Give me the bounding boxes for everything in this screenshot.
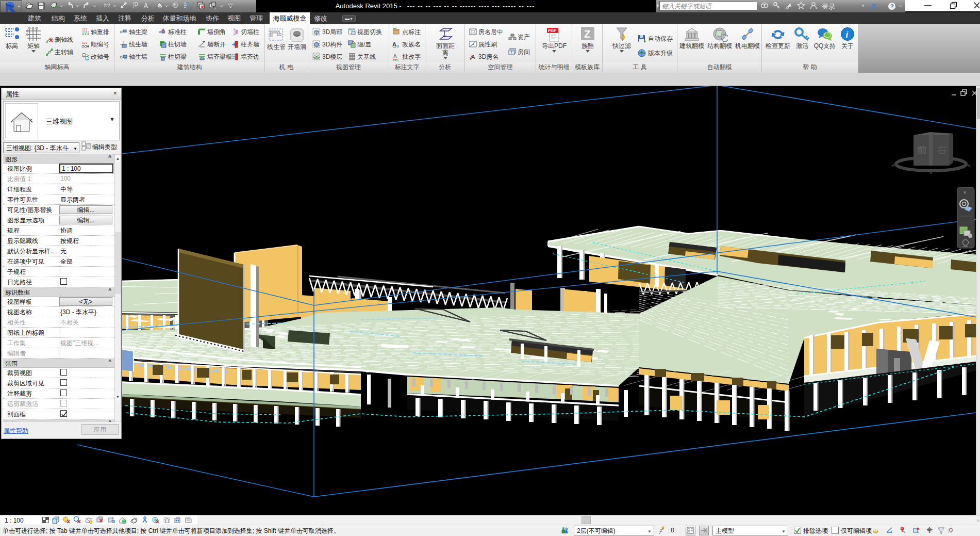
svg-text:1: 1 <box>5 28 7 31</box>
svg-text:123: 123 <box>82 41 88 44</box>
svg-text:A: A <box>393 54 397 59</box>
svg-text:Z: Z <box>584 28 590 40</box>
svg-text:×: × <box>964 190 966 195</box>
svg-text:a: a <box>396 43 399 48</box>
svg-text:A: A <box>471 54 475 60</box>
svg-text:1: 1 <box>135 2 137 7</box>
svg-text:PDF: PDF <box>548 28 556 33</box>
svg-text:X: X <box>870 2 876 10</box>
svg-text:2: 2 <box>5 33 7 37</box>
svg-text:右: 右 <box>937 144 946 155</box>
svg-text:123: 123 <box>82 28 88 31</box>
svg-text:?: ? <box>890 3 894 9</box>
svg-text:A: A <box>143 2 149 10</box>
svg-text:前: 前 <box>917 144 927 155</box>
svg-text:A: A <box>392 41 396 47</box>
